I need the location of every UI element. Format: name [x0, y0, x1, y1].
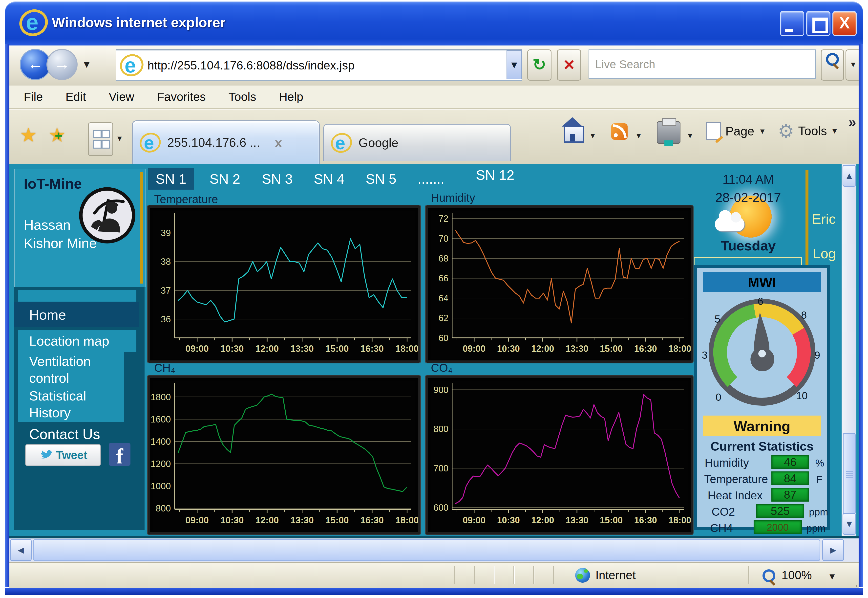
tab-active-label: 255.104.176.6 ... [167, 136, 260, 150]
menu-edit[interactable]: Edit [66, 90, 86, 103]
svg-text:38: 38 [161, 257, 171, 267]
history-dropdown-icon[interactable]: ▼ [82, 58, 92, 70]
svg-text:16:30: 16:30 [361, 344, 384, 354]
sidebar-item-ventilation-control[interactable]: Ventilation control [18, 351, 124, 388]
sn-tab-2[interactable]: SN 2 [210, 171, 240, 187]
menu-view[interactable]: View [109, 90, 134, 103]
print-button[interactable] [657, 121, 680, 144]
search-button[interactable] [821, 49, 844, 81]
address-field[interactable]: e http://255.104.176.6:8088/dss/index.js… [116, 49, 522, 81]
scroll-right-button[interactable]: ► [822, 539, 844, 561]
horizontal-scroll-thumb[interactable] [33, 539, 820, 561]
vertical-scrollbar[interactable]: ▲ ▼ [841, 164, 856, 536]
logout-link[interactable]: Log [813, 245, 845, 262]
svg-text:18:00: 18:00 [395, 344, 418, 354]
separator [513, 567, 515, 584]
minimize-button[interactable] [780, 11, 804, 36]
close-icon: X [839, 14, 850, 32]
chart-title-temperature: Temperature [154, 193, 218, 206]
tweet-button[interactable]: Tweet [25, 444, 101, 466]
sn-tab-3[interactable]: SN 3 [262, 171, 293, 187]
stat-row-ch4: CH4 2000 ppm [697, 520, 827, 535]
app-title: IoT-Mine [24, 175, 82, 192]
tab-active[interactable]: e 255.104.176.6 ... x [132, 120, 320, 164]
ie-tab-icon: e [140, 132, 161, 153]
zoom-icon[interactable] [762, 569, 776, 583]
separator [553, 567, 554, 584]
stat-label: Humidity [705, 456, 749, 469]
tools-label: Tools [798, 124, 827, 138]
gauge-needle [748, 311, 775, 372]
menu-help[interactable]: Help [279, 90, 303, 103]
gauge-label-0: 0 [716, 391, 721, 403]
sn-tab-12[interactable]: SN 12 [476, 167, 515, 183]
status-bar: Internet 100% ▼ [9, 562, 859, 589]
mine-name: Hassan Kishor Mine [24, 216, 97, 253]
favorites-star-icon[interactable]: ★ [20, 124, 37, 147]
sidebar-item-location-map[interactable]: Location map [18, 330, 136, 352]
add-favorite-icon[interactable]: ★+ [48, 124, 66, 147]
rss-button[interactable] [611, 123, 628, 140]
stat-label: Heat Index [708, 489, 762, 502]
home-button[interactable] [564, 120, 584, 143]
sidebar-item-statistical-history[interactable]: Statistical History [18, 385, 124, 422]
contact-us-link[interactable]: Contact Us [29, 426, 100, 442]
svg-text:1800: 1800 [151, 392, 171, 402]
title-bar[interactable]: e Windows internet explorer X [5, 1, 863, 45]
sn-tab-1[interactable]: SN 1 [148, 168, 194, 190]
search-input[interactable]: Live Search [589, 49, 816, 79]
chevron-down-icon[interactable]: ▼ [635, 126, 643, 141]
address-dropdown-button[interactable]: ▼ [507, 51, 522, 79]
page-menu-button[interactable]: Page ▼ [706, 123, 766, 140]
chevron-down-icon[interactable]: ▼ [686, 126, 694, 141]
close-tab-icon[interactable]: x [275, 135, 282, 150]
svg-text:36: 36 [161, 314, 171, 324]
chevron-down-icon[interactable]: ▼ [589, 126, 597, 141]
gear-icon: ⚙ [778, 120, 794, 142]
gauge-label-5: 5 [714, 313, 720, 325]
svg-text:13:30: 13:30 [290, 344, 313, 354]
toolbar-overflow-chevron[interactable]: » [849, 114, 856, 130]
menu-file[interactable]: File [24, 90, 43, 103]
zoom-dropdown-icon[interactable]: ▼ [828, 571, 837, 582]
zoom-level[interactable]: 100% [781, 568, 812, 582]
search-icon [826, 53, 839, 66]
gauge-label-10: 10 [796, 390, 808, 402]
menu-favorites[interactable]: Favorites [157, 90, 206, 103]
page-content: IoT-Mine Hassan Kishor Mine Home Locatio… [9, 164, 859, 538]
scroll-down-button[interactable]: ▼ [843, 513, 856, 535]
svg-text:800: 800 [434, 424, 449, 434]
vertical-scroll-thumb[interactable] [843, 433, 856, 514]
window-border [859, 44, 863, 587]
stat-row-heat-index: Heat Index 87 [697, 488, 827, 502]
svg-text:64: 64 [438, 293, 449, 303]
stop-button[interactable]: × [557, 49, 581, 81]
sidebar-item-home[interactable]: Home [14, 302, 139, 327]
svg-text:09:00: 09:00 [186, 344, 209, 354]
sn-tab-4[interactable]: SN 4 [314, 171, 345, 187]
tab-google[interactable]: e Google [323, 124, 511, 161]
horizontal-scrollbar[interactable]: ◄ ► [9, 538, 859, 562]
resize-grip[interactable] [856, 585, 857, 587]
maximize-icon [813, 18, 828, 33]
status-badge: Warning [703, 416, 821, 437]
forward-button[interactable]: → [46, 49, 78, 80]
address-toolbar: ← → ▼ e http://255.104.176.6:8088/dss/in… [9, 45, 859, 86]
sn-tab-5[interactable]: SN 5 [366, 171, 397, 187]
close-button[interactable]: X [832, 11, 857, 36]
scroll-up-button[interactable]: ▲ [843, 165, 856, 187]
maximize-button[interactable] [806, 11, 831, 36]
svg-text:1400: 1400 [151, 437, 171, 447]
svg-text:15:00: 15:00 [600, 343, 623, 353]
quick-tabs-button[interactable] [88, 123, 113, 156]
sn-tab-ellipsis: ....... [418, 171, 444, 187]
facebook-button[interactable]: f [109, 443, 130, 466]
svg-text:12:00: 12:00 [531, 343, 554, 353]
menu-tools[interactable]: Tools [228, 90, 256, 103]
chevron-down-icon: ▼ [759, 127, 766, 136]
scroll-left-button[interactable]: ◄ [10, 539, 31, 561]
tab-list-button[interactable]: ▼ [113, 123, 126, 154]
refresh-button[interactable]: ↻ [527, 49, 552, 81]
separator [454, 567, 455, 584]
tools-menu-button[interactable]: ⚙ Tools ▼ [778, 120, 838, 142]
